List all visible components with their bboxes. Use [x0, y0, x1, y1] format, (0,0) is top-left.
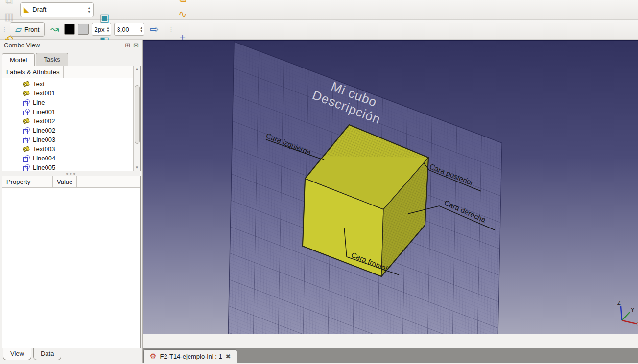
font-size-spinner[interactable]: ▴▾ — [140, 26, 142, 33]
scrollbar-thumb[interactable] — [135, 85, 140, 144]
scroll-down-arrow[interactable]: ▼ — [135, 165, 139, 170]
document-tab-close-icon[interactable]: ✖ — [226, 353, 231, 360]
document-tab-label: F2-T14-ejemplo-ini : 1 — [160, 353, 222, 360]
draft-facebinder-button[interactable]: ⧉ — [174, 0, 190, 6]
standard-toolbar: ⋮▢◪▦▤✂⧉▥↶▾↷▾↻ ◣ Draft ▴▾ ?●■✎▶◉⊘▾▣◧◩◨◫◪▥… — [0, 0, 638, 20]
toolbar-separator — [165, 23, 165, 36]
working-plane-icon: ▱ — [15, 24, 22, 35]
draft-workbench-icon: ◣ — [24, 5, 29, 14]
line-object-icon — [23, 155, 29, 161]
font-size-spinbox[interactable]: 3,00 ▴▾ — [114, 23, 144, 36]
3d-viewport[interactable]: Cara izquierda Cara posterior Cara derec… — [143, 40, 638, 348]
line-width-spinner[interactable]: ▴▾ — [107, 26, 109, 33]
line-object-icon — [23, 127, 29, 134]
workbench-selector-spinner[interactable]: ▴▾ — [88, 6, 90, 14]
tree-item-line004[interactable]: Line004 — [2, 154, 140, 163]
tab-data[interactable]: Data — [33, 348, 61, 360]
draft-toolbar: ⋮ ▱ Front ↝ 2px ▴▾ 3,00 ▴▾ ⇨ ⋮ ╱∠◎◠◯◇▭A↔… — [0, 20, 638, 40]
document-tab[interactable]: ⚙ F2-T14-ejemplo-ini : 1 ✖ — [143, 349, 237, 363]
workbench-selector[interactable]: ◣ Draft ▴▾ — [20, 2, 94, 17]
font-size-value: 3,00 — [117, 26, 129, 33]
panel-splitter[interactable]: ●●● — [0, 171, 142, 176]
tree-item-text[interactable]: Text — [2, 79, 140, 89]
tab-model[interactable]: Model — [2, 53, 35, 66]
tree-item-text003[interactable]: Text003 — [2, 144, 140, 154]
working-plane-button[interactable]: ▱ Front — [10, 22, 45, 37]
viewport-top-edge — [143, 40, 638, 41]
draft-bezier-button[interactable]: ∿ — [174, 6, 190, 22]
line-object-icon — [23, 164, 29, 171]
line-width-value: 2px — [94, 26, 104, 33]
text-object-icon — [23, 118, 30, 124]
paste-button[interactable]: ▥ — [1, 9, 17, 24]
face-color-swatch[interactable] — [78, 24, 89, 35]
tab-tasks[interactable]: Tasks — [36, 53, 68, 66]
toolbar-handle[interactable]: ⋮ — [2, 23, 6, 36]
tree-item-text002[interactable]: Text002 — [2, 116, 140, 126]
tree-item-line005[interactable]: Line005 — [2, 163, 140, 171]
text-object-icon — [23, 90, 30, 96]
combo-view-title: Combo View — [4, 42, 40, 49]
autogroup-button[interactable]: ⇨ — [146, 22, 162, 37]
draw-style-dropdown-arrow[interactable]: ▾ — [96, 0, 104, 2]
tree-scrollbar[interactable]: ▲ ▼ — [133, 66, 140, 171]
line-width-spinbox[interactable]: 2px ▴▾ — [92, 23, 111, 36]
freecad-document-icon: ⚙ — [150, 352, 156, 361]
property-editor: Property Value — [2, 176, 141, 348]
property-column-header: Property — [2, 176, 53, 187]
line-object-icon — [23, 99, 29, 106]
axis-z-label: Z — [617, 300, 621, 306]
text-object-icon — [23, 81, 30, 87]
tab-view[interactable]: View — [3, 348, 31, 360]
tree-item-line003[interactable]: Line003 — [2, 135, 140, 144]
workbench-selector-value: Draft — [32, 6, 46, 13]
text-object-icon — [23, 146, 30, 152]
line-color-swatch[interactable] — [64, 24, 75, 35]
tree-item-text001[interactable]: Text001 — [2, 89, 140, 98]
combo-view-panel: Combo View ⊞ ⊠ Model Tasks Labels & Attr… — [0, 40, 143, 348]
tree-header-label: Labels & Attributes — [2, 66, 64, 78]
tree-item-line[interactable]: Line — [2, 98, 140, 107]
scroll-up-arrow[interactable]: ▲ — [135, 67, 139, 71]
tree-item-line001[interactable]: Line001 — [2, 107, 140, 116]
panel-float-icon[interactable]: ⊞ — [125, 42, 130, 49]
line-object-icon — [23, 109, 29, 115]
model-tree: Labels & Attributes Text Text001 Line — [2, 66, 141, 171]
toolbar-handle[interactable]: ⋮ — [169, 23, 173, 36]
tree-item-line002[interactable]: Line002 — [2, 126, 140, 135]
axis-y-label: Y — [631, 307, 635, 313]
panel-close-icon[interactable]: ⊠ — [133, 42, 139, 49]
working-plane-label: Front — [24, 26, 39, 33]
value-column-header: Value — [53, 176, 77, 187]
mdi-tab-bar: ⚙ F2-T14-ejemplo-ini : 1 ✖ — [143, 348, 638, 363]
copy-button[interactable]: ⧉ — [1, 0, 17, 9]
construction-mode-button[interactable]: ↝ — [47, 22, 63, 37]
line-object-icon — [23, 136, 29, 143]
